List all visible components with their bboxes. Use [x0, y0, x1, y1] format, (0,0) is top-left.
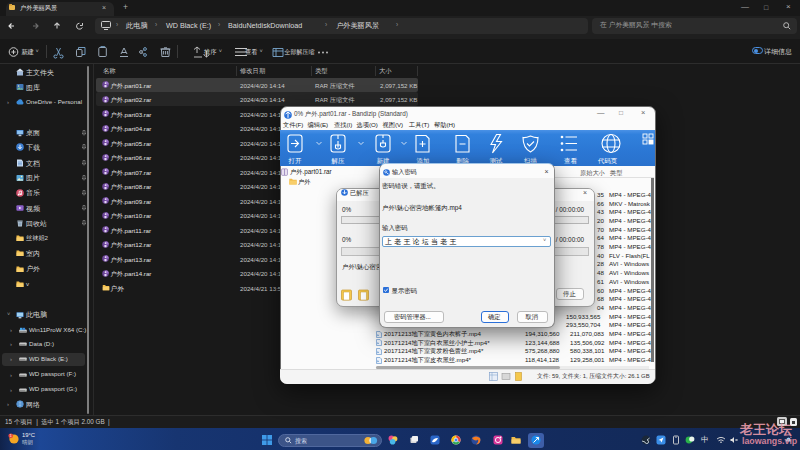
svg-text:1: 1 — [10, 434, 12, 438]
